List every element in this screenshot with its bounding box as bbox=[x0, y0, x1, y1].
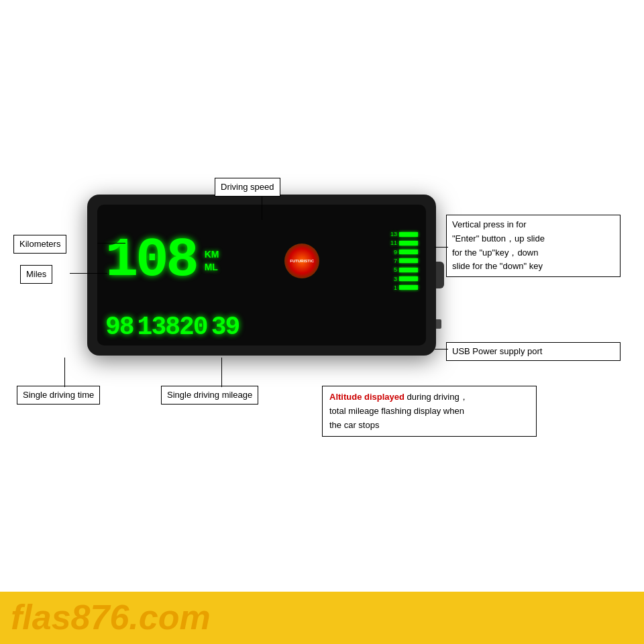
unit-labels: KM ML bbox=[205, 249, 219, 273]
bar-row-9: 9 bbox=[388, 249, 418, 256]
leader-line-km-h bbox=[97, 243, 125, 244]
annotation-button-desc: Vertical press in for "Enter" button，up … bbox=[446, 215, 621, 277]
bottom-altitude-display: 39 bbox=[211, 315, 239, 340]
bar-row-5: 5 bbox=[388, 266, 418, 273]
bottom-mileage-display: 13820 bbox=[138, 315, 207, 340]
usb-port-physical bbox=[436, 319, 441, 329]
leader-line-time-v bbox=[64, 358, 65, 387]
altitude-label-red: Altitude displayed bbox=[329, 392, 405, 402]
watermark-text: flas876.com bbox=[11, 598, 211, 637]
leader-line-button-h bbox=[435, 247, 448, 248]
annotation-miles: Miles bbox=[20, 265, 52, 284]
annotation-usb-port: USB Power supply port bbox=[446, 342, 621, 361]
bar-graph: 13 11 9 7 5 bbox=[388, 231, 418, 291]
logo-area: FUTURISTIC bbox=[229, 244, 374, 278]
bar-row-1: 1 bbox=[388, 284, 418, 291]
bar-row-7: 7 bbox=[388, 258, 418, 264]
bar-row-13: 13 bbox=[388, 231, 418, 237]
bar-row-11: 11 bbox=[388, 239, 418, 246]
leader-line-miles-h bbox=[70, 273, 107, 274]
leader-line-driving-speed-v bbox=[262, 197, 262, 220]
screen-top-row: 108 KM ML FUTURISTIC 13 11 bbox=[105, 210, 418, 312]
ml-label: ML bbox=[205, 262, 219, 273]
leader-line-mileage-v bbox=[221, 358, 222, 387]
screen-bottom-row: 98 13820 39 bbox=[105, 312, 418, 340]
bottom-time-display: 98 bbox=[105, 315, 133, 340]
watermark: flas876.com bbox=[0, 592, 644, 644]
annotation-altitude: Altitude displayed during driving，total … bbox=[322, 386, 537, 437]
device-screen: 108 KM ML FUTURISTIC 13 11 bbox=[97, 205, 426, 345]
side-button[interactable] bbox=[436, 262, 444, 288]
km-label: KM bbox=[205, 249, 219, 260]
annotation-single-mileage: Single driving mileage bbox=[161, 386, 258, 405]
annotation-kilometers: Kilometers bbox=[13, 235, 66, 254]
bar-row-3: 3 bbox=[388, 276, 418, 282]
annotation-driving-speed: Driving speed bbox=[215, 178, 280, 197]
speed-display: 108 bbox=[105, 233, 197, 288]
leader-line-usb-h bbox=[435, 349, 448, 350]
annotation-single-time: Single driving time bbox=[17, 386, 100, 405]
brand-logo: FUTURISTIC bbox=[284, 244, 319, 278]
